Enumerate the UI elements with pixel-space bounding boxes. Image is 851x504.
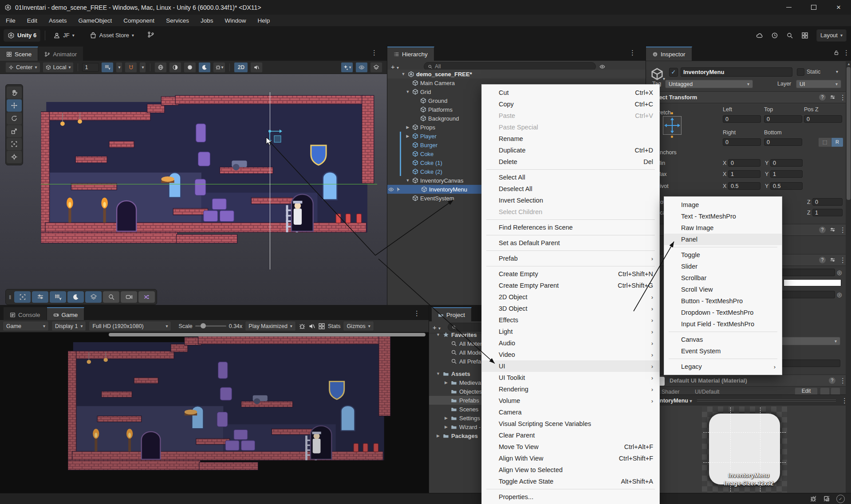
vsync-grid-icon[interactable] <box>318 323 325 330</box>
audio-toggle-icon[interactable] <box>250 62 263 73</box>
add-object-button[interactable]: + ▾ <box>391 63 399 70</box>
menu-item-effects[interactable]: Effects› <box>482 314 659 326</box>
menu-item-copy[interactable]: CopyCtrl+C <box>482 98 659 110</box>
pivot-x-field[interactable]: 0.5 <box>728 182 760 190</box>
tag-dropdown[interactable]: Untagged▾ <box>665 80 753 88</box>
menu-gameobject[interactable]: GameObject <box>73 15 118 26</box>
menu-help[interactable]: Help <box>252 15 276 26</box>
search-overlay-icon[interactable] <box>103 291 119 303</box>
menu-item-raw-image[interactable]: Raw Image <box>664 222 782 234</box>
aspect-dropdown[interactable]: Full HD (1920x1080)▾ <box>89 321 171 331</box>
object-picker-icon[interactable]: ◎ <box>837 291 842 298</box>
move-gizmo[interactable] <box>263 124 289 150</box>
snap-increment-field[interactable]: 1 <box>82 63 99 72</box>
menu-item-toggle[interactable]: Toggle <box>664 249 782 261</box>
debug-bug-icon[interactable] <box>299 323 306 330</box>
menu-item-input-field-textmeshpro[interactable]: Input Field - TextMeshPro <box>664 318 782 330</box>
tab-scene[interactable]: Scene <box>0 47 38 61</box>
rect-bottom-field[interactable]: 0 <box>764 138 802 146</box>
menu-item-clear-parent[interactable]: Clear Parent <box>482 430 659 441</box>
anchor-preset-widget[interactable] <box>663 116 682 135</box>
rect-posz-field[interactable]: 0 <box>804 115 842 123</box>
menu-item-text-textmeshpro[interactable]: Text - TextMeshPro <box>664 211 782 222</box>
game-view-dropdown[interactable]: Game▾ <box>3 321 49 331</box>
rect-top-field[interactable]: 0 <box>764 115 802 123</box>
gameobject-name-field[interactable]: InventoryMenu <box>681 67 792 77</box>
minimize-button[interactable] <box>776 0 801 15</box>
component-kebab-icon[interactable]: ⋮ <box>839 94 846 102</box>
menu-item-create-empty[interactable]: Create EmptyCtrl+Shift+N <box>482 268 659 280</box>
menu-item-panel[interactable]: Panel <box>664 234 782 245</box>
lock-icon[interactable] <box>833 50 839 56</box>
menu-item-set-as-default-parent[interactable]: Set as Default Parent <box>482 237 659 249</box>
menu-item-2d-object[interactable]: 2D Object› <box>482 291 659 303</box>
rotate-tool[interactable] <box>7 112 22 125</box>
menu-item-video[interactable]: Video› <box>482 349 659 360</box>
lighting-icon[interactable] <box>67 291 84 303</box>
help-icon[interactable]: ? <box>819 94 826 101</box>
unity-version-button[interactable]: Unity 6 <box>4 29 40 42</box>
shading-half-icon[interactable] <box>169 62 181 73</box>
menu-item-invert-selection[interactable]: Invert Selection <box>482 195 659 206</box>
scale-tool[interactable] <box>7 125 22 137</box>
raw-edit-mode-button[interactable]: R <box>831 137 843 147</box>
tab-game[interactable]: Game <box>47 307 85 321</box>
menu-component[interactable]: Component <box>118 15 160 26</box>
max-y-field[interactable]: 1 <box>770 170 803 178</box>
menu-item-scrollbar[interactable]: Scrollbar <box>664 272 782 284</box>
object-picker-icon[interactable]: ◎ <box>837 269 842 276</box>
project-add-button[interactable]: + ▾ <box>433 324 441 331</box>
rect-transform-header[interactable]: ▼ Rect Transform ? ⋮ <box>646 91 851 103</box>
visibility-eye-icon[interactable] <box>388 187 394 192</box>
tab-animator[interactable]: Animator <box>38 47 83 61</box>
account-dropdown[interactable]: JF▾ <box>50 32 78 39</box>
pivot-y-field[interactable]: 0.5 <box>770 182 803 190</box>
pivot-dropdown[interactable]: Center▾ <box>5 62 40 73</box>
menu-item-legacy[interactable]: Legacy› <box>664 361 782 372</box>
move-tool[interactable] <box>7 99 22 112</box>
scene-picking-icon[interactable] <box>599 64 605 70</box>
asset-store-dropdown[interactable]: Asset Store▾ <box>86 32 138 39</box>
lighting-toggle-icon[interactable] <box>198 62 211 73</box>
rect-right-field[interactable]: 0 <box>723 138 761 146</box>
play-mode-dropdown[interactable]: Play Maximized▾ <box>245 321 296 331</box>
tab-inspector[interactable]: Inspector <box>646 47 692 61</box>
inspector-kebab-icon[interactable]: ⋮ <box>843 49 850 57</box>
menu-item-cut[interactable]: CutCtrl+X <box>482 87 659 98</box>
menu-item-create-empty-parent[interactable]: Create Empty ParentCtrl+Shift+G <box>482 280 659 291</box>
menu-item-slider[interactable]: Slider <box>664 261 782 272</box>
shading-shaded-icon[interactable] <box>184 62 196 73</box>
tab-console[interactable]: Console <box>4 307 47 321</box>
menu-item-visual-scripting-scene-variables[interactable]: Visual Scripting Scene Variables <box>482 418 659 430</box>
min-y-field[interactable]: 0 <box>770 159 803 167</box>
stats-button[interactable]: Stats <box>328 323 341 329</box>
rect-tool[interactable] <box>7 138 22 150</box>
hierarchy-scene-row[interactable]: ▼demo_scene_FREE* <box>387 70 646 78</box>
orientation-dropdown[interactable]: Local▾ <box>43 62 74 73</box>
collab-status-icon[interactable] <box>823 495 830 502</box>
menu-item-select-all[interactable]: Select All <box>482 172 659 183</box>
menu-item-3d-object[interactable]: 3D Object› <box>482 303 659 314</box>
menu-item-event-system[interactable]: Event System <box>664 345 782 357</box>
menu-item-audio[interactable]: Audio› <box>482 337 659 349</box>
scene-kebab-icon[interactable]: ⋮ <box>371 49 378 57</box>
snap-dropdown-icon[interactable]: ▾ <box>139 62 146 73</box>
game-kebab-icon[interactable]: ⋮ <box>414 309 420 317</box>
menu-item-delete[interactable]: DeleteDel <box>482 156 659 168</box>
shuffle-overlay-icon[interactable] <box>138 291 155 303</box>
wireframe-icon[interactable] <box>50 291 66 303</box>
menu-item-align-with-view[interactable]: Align With ViewCtrl+Shift+F <box>482 453 659 464</box>
scale-z-field[interactable]: 1 <box>812 209 843 216</box>
close-button[interactable]: × <box>826 0 851 15</box>
layer-dropdown[interactable]: UI▾ <box>796 80 841 88</box>
scene-viewport[interactable] <box>0 74 387 305</box>
tab-hierarchy[interactable]: Hierarchy <box>387 47 434 61</box>
menu-item-light[interactable]: Light› <box>482 326 659 337</box>
preview-drag-handle[interactable] <box>697 399 836 402</box>
debug-dropdown[interactable]: ▾ <box>213 62 225 73</box>
presets-icon[interactable] <box>830 94 835 100</box>
maximize-button[interactable] <box>801 0 826 15</box>
menu-assets[interactable]: Assets <box>43 15 73 26</box>
rect-left-field[interactable]: 0 <box>723 115 761 123</box>
menu-item-camera[interactable]: Camera <box>482 406 659 418</box>
